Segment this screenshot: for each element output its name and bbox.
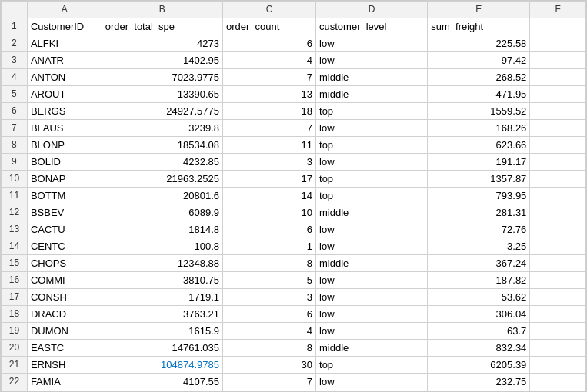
col-header-C[interactable]: C xyxy=(223,2,316,18)
cell-customer-level[interactable]: low xyxy=(316,238,428,255)
cell-order-total[interactable]: 4273 xyxy=(102,35,222,52)
cell-customerid[interactable]: BONAP xyxy=(27,171,102,188)
cell-order-count[interactable]: 8 xyxy=(223,255,316,272)
cell-customerid[interactable]: CENTC xyxy=(27,238,102,255)
cell-order-count[interactable]: 6 xyxy=(223,221,316,238)
cell-order-total[interactable]: 3763.21 xyxy=(102,306,222,323)
cell-customer-level[interactable]: low xyxy=(316,289,428,306)
cell-customer-level[interactable]: low xyxy=(316,306,428,323)
cell-customer-level[interactable]: middle xyxy=(316,204,428,221)
cell-order-total[interactable]: 3810.75 xyxy=(102,272,222,289)
cell-sum-freight[interactable]: 6205.39 xyxy=(428,357,530,374)
cell-order-total[interactable]: 13390.65 xyxy=(102,86,222,103)
cell-customerid[interactable]: BLONP xyxy=(27,137,102,154)
col-header-F[interactable]: F xyxy=(530,2,586,18)
cell-order-total[interactable]: 104874.9785 xyxy=(102,357,222,374)
cell-sum-freight[interactable]: 168.26 xyxy=(428,120,530,137)
cell-sum-freight[interactable]: 793.95 xyxy=(428,188,530,204)
cell-order-count[interactable]: 5 xyxy=(223,272,316,289)
cell-sum-freight[interactable]: 232.75 xyxy=(428,374,530,390)
cell-order-total[interactable]: 1402.95 xyxy=(102,52,222,69)
cell-customerid[interactable]: FAMIA xyxy=(27,374,102,390)
cell-customer-level[interactable]: low xyxy=(316,374,428,390)
cell-customer-level[interactable]: low xyxy=(316,323,428,340)
cell-sum-freight[interactable]: 268.52 xyxy=(428,69,530,86)
header-customerid[interactable]: CustomerID xyxy=(27,18,102,35)
cell-order-count[interactable]: 4 xyxy=(223,323,316,340)
cell-customer-level[interactable]: top xyxy=(316,357,428,374)
cell-order-total[interactable]: 1615.9 xyxy=(102,323,222,340)
cell-sum-freight[interactable]: 832.34 xyxy=(428,340,530,357)
cell-order-total[interactable]: 4232.85 xyxy=(102,154,222,171)
cell-customerid[interactable]: COMMI xyxy=(27,272,102,289)
cell-order-total[interactable]: 1719.1 xyxy=(102,289,222,306)
cell-order-count[interactable]: 6 xyxy=(223,306,316,323)
cell-order-count[interactable]: 3 xyxy=(223,289,316,306)
cell-order-total[interactable]: 4107.55 xyxy=(102,374,222,390)
cell-customerid[interactable]: ERNSH xyxy=(27,357,102,374)
col-header-E[interactable]: E xyxy=(428,2,530,18)
cell-order-count[interactable]: 6 xyxy=(223,35,316,52)
cell-customerid[interactable]: CHOPS xyxy=(27,255,102,272)
cell-sum-freight[interactable]: 97.42 xyxy=(428,52,530,69)
cell-customer-level[interactable]: low xyxy=(316,272,428,289)
cell-order-total[interactable]: 20801.6 xyxy=(102,188,222,204)
cell-sum-freight[interactable]: 1559.52 xyxy=(428,103,530,120)
cell-order-total[interactable]: 1814.8 xyxy=(102,221,222,238)
cell-order-total[interactable]: 7023.9775 xyxy=(102,69,222,86)
cell-order-count[interactable]: 7 xyxy=(223,120,316,137)
cell-customerid[interactable]: BERGS xyxy=(27,103,102,120)
cell-order-total[interactable]: 24927.5775 xyxy=(102,103,222,120)
cell-order-total[interactable]: 100.8 xyxy=(102,238,222,255)
cell-sum-freight[interactable]: 53.62 xyxy=(428,289,530,306)
cell-sum-freight[interactable]: 72.76 xyxy=(428,221,530,238)
cell-order-count[interactable]: 14 xyxy=(223,188,316,204)
cell-customer-level[interactable]: middle xyxy=(316,86,428,103)
cell-sum-freight[interactable]: 63.7 xyxy=(428,323,530,340)
col-header-D[interactable]: D xyxy=(316,2,428,18)
cell-customerid[interactable]: EASTC xyxy=(27,340,102,357)
cell-customer-level[interactable]: top xyxy=(316,171,428,188)
cell-order-count[interactable]: 11 xyxy=(223,137,316,154)
header-customer-level[interactable]: customer_level xyxy=(316,18,428,35)
header-sum-freight[interactable]: sum_freight xyxy=(428,18,530,35)
cell-customer-level[interactable]: middle xyxy=(316,255,428,272)
cell-sum-freight[interactable]: 191.17 xyxy=(428,154,530,171)
cell-order-count[interactable]: 8 xyxy=(223,340,316,357)
header-order-count[interactable]: order_count xyxy=(223,18,316,35)
cell-sum-freight[interactable]: 1357.87 xyxy=(428,171,530,188)
cell-customer-level[interactable]: low xyxy=(316,221,428,238)
cell-order-count[interactable]: 7 xyxy=(223,69,316,86)
cell-customer-level[interactable]: middle xyxy=(316,69,428,86)
cell-customer-level[interactable]: top xyxy=(316,103,428,120)
cell-sum-freight[interactable]: 367.24 xyxy=(428,255,530,272)
cell-order-count[interactable]: 10 xyxy=(223,204,316,221)
col-header-B[interactable]: B xyxy=(102,2,222,18)
cell-order-count[interactable]: 1 xyxy=(223,238,316,255)
cell-customerid[interactable]: CONSH xyxy=(27,289,102,306)
cell-customer-level[interactable]: low xyxy=(316,35,428,52)
header-order-total[interactable]: order_total_spe xyxy=(102,18,222,35)
cell-order-count[interactable]: 4 xyxy=(223,52,316,69)
cell-customerid[interactable]: DRACD xyxy=(27,306,102,323)
cell-customer-level[interactable]: low xyxy=(316,154,428,171)
cell-customerid[interactable]: BOLID xyxy=(27,154,102,171)
cell-order-total[interactable]: 6089.9 xyxy=(102,204,222,221)
cell-customerid[interactable]: ANTON xyxy=(27,69,102,86)
cell-customerid[interactable]: ANATR xyxy=(27,52,102,69)
cell-order-count[interactable]: 13 xyxy=(223,86,316,103)
cell-order-total[interactable]: 12348.88 xyxy=(102,255,222,272)
cell-customer-level[interactable]: middle xyxy=(316,340,428,357)
cell-sum-freight[interactable]: 623.66 xyxy=(428,137,530,154)
cell-customerid[interactable]: BSBEV xyxy=(27,204,102,221)
cell-customer-level[interactable]: top xyxy=(316,137,428,154)
cell-order-total[interactable]: 21963.2525 xyxy=(102,171,222,188)
cell-sum-freight[interactable]: 3.25 xyxy=(428,238,530,255)
cell-customerid[interactable]: CACTU xyxy=(27,221,102,238)
cell-order-total[interactable]: 3239.8 xyxy=(102,120,222,137)
cell-sum-freight[interactable]: 225.58 xyxy=(428,35,530,52)
cell-sum-freight[interactable]: 281.31 xyxy=(428,204,530,221)
cell-order-count[interactable]: 7 xyxy=(223,374,316,390)
cell-order-count[interactable]: 17 xyxy=(223,171,316,188)
cell-sum-freight[interactable]: 187.82 xyxy=(428,272,530,289)
